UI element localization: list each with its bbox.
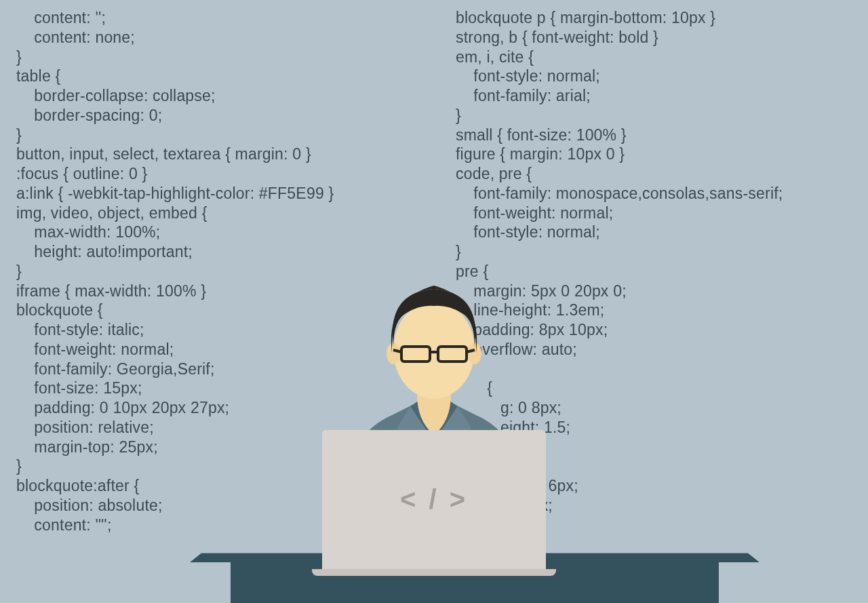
laptop-base — [312, 569, 556, 576]
code-icon: < / > — [400, 484, 468, 515]
laptop-screen-back: < / > — [322, 430, 546, 569]
laptop: < / > — [312, 430, 556, 576]
svg-point-0 — [393, 301, 475, 399]
